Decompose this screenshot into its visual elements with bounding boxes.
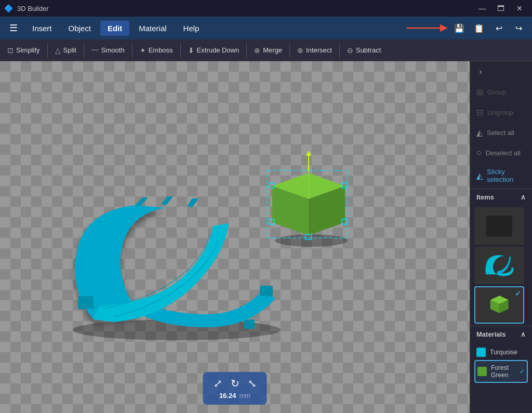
intersect-label: Intersect xyxy=(306,46,332,54)
right-panel: › ⊞ Group ⊟ Ungroup ◭ Select all ○ Desel… xyxy=(470,61,532,413)
action-redo-btn[interactable]: ↪ xyxy=(509,19,528,37)
ungroup-icon: ⊟ xyxy=(476,108,483,117)
item-blue-track[interactable] xyxy=(474,247,524,284)
viewport-toolbar: ⤢ ↻ ⤡ 16.24 mm xyxy=(203,372,267,405)
group-label: Group xyxy=(487,88,506,96)
titlebar: 🔷 3D Builder — 🗖 ✕ xyxy=(0,0,532,17)
select-all-label: Select all xyxy=(487,129,514,137)
menu-help[interactable]: Help xyxy=(176,21,207,36)
intersect-icon: ⊗ xyxy=(297,46,303,55)
material-forest-green[interactable]: Forest Green ✓ xyxy=(474,360,528,383)
extrude-down-tool[interactable]: ⬇ Extrude Down xyxy=(183,44,245,57)
forest-green-label: Forest Green xyxy=(491,364,515,379)
materials-section-chevron[interactable]: ∧ xyxy=(521,330,526,338)
sticky-selection-action[interactable]: ◭ Sticky selection xyxy=(470,163,532,189)
edit-toolbar: ⊡ Simplify △ Split 〰 Smooth ✦ Emboss ⬇ E… xyxy=(0,39,532,61)
select-all-icon: ◭ xyxy=(476,128,483,138)
emboss-icon: ✦ xyxy=(140,46,146,55)
material-turquoise[interactable]: Turquoise xyxy=(474,344,528,360)
measure-value: 16.24 xyxy=(219,392,236,399)
select-all-action[interactable]: ◭ Select all xyxy=(470,123,532,143)
toolbar-divider-4 xyxy=(180,43,181,58)
menu-material[interactable]: Material xyxy=(131,21,174,36)
main-area: ⤢ ↻ ⤡ 16.24 mm › ⊞ Group ⊟ Ungroup ◭ Sel… xyxy=(0,61,532,413)
merge-icon: ⊕ xyxy=(254,46,260,55)
intersect-tool[interactable]: ⊗ Intersect xyxy=(292,44,337,57)
smooth-icon: 〰 xyxy=(91,46,99,55)
svg-marker-1 xyxy=(440,24,448,32)
toolbar-divider-1 xyxy=(47,43,48,58)
maximize-button[interactable]: 🗖 xyxy=(493,0,509,17)
measure-unit: mm xyxy=(239,392,250,399)
subtract-label: Subtract xyxy=(356,46,381,54)
forest-green-swatch xyxy=(477,367,487,376)
group-action[interactable]: ⊞ Group xyxy=(470,82,532,102)
extrude-down-icon: ⬇ xyxy=(188,46,194,55)
merge-label: Merge xyxy=(263,46,282,54)
titlebar-left: 🔷 3D Builder xyxy=(4,4,49,12)
forest-green-check: ✓ xyxy=(520,368,525,375)
3d-viewport[interactable]: ⤢ ↻ ⤡ 16.24 mm xyxy=(0,61,470,413)
menu-edit[interactable]: Edit xyxy=(100,21,129,36)
toolbar-divider-2 xyxy=(84,43,84,58)
split-icon: △ xyxy=(55,46,61,55)
items-section-chevron[interactable]: ∧ xyxy=(521,193,526,201)
simplify-icon: ⊡ xyxy=(7,46,14,55)
red-arrow-indicator xyxy=(406,20,448,36)
split-label: Split xyxy=(63,46,76,54)
app-icon: 🔷 xyxy=(4,4,13,12)
rotate-tool-button[interactable]: ↻ xyxy=(231,377,240,390)
toolbar-divider-6 xyxy=(289,43,290,58)
smooth-tool[interactable]: 〰 Smooth xyxy=(86,44,130,57)
item-selected-check: ✓ xyxy=(515,289,521,298)
sticky-selection-label: Sticky selection xyxy=(487,168,526,183)
group-icon: ⊞ xyxy=(476,87,483,97)
deselect-all-icon: ○ xyxy=(476,148,482,157)
emboss-tool[interactable]: ✦ Emboss xyxy=(135,44,178,57)
simplify-tool[interactable]: ⊡ Simplify xyxy=(2,44,45,57)
deselect-all-action[interactable]: ○ Deselect all xyxy=(470,143,532,163)
move-tool-button[interactable]: ⤢ xyxy=(214,377,222,390)
action-undo-btn[interactable]: ↩ xyxy=(489,19,508,37)
toolbar-divider-7 xyxy=(339,43,340,58)
app-title: 3D Builder xyxy=(17,5,49,12)
minimize-button[interactable]: — xyxy=(474,0,490,17)
svg-rect-5 xyxy=(244,319,255,329)
svg-rect-20 xyxy=(486,216,512,236)
action-save-btn[interactable]: 💾 xyxy=(450,19,469,37)
materials-section-label: Materials xyxy=(476,330,506,338)
materials-section-header: Materials ∧ xyxy=(470,326,532,342)
close-button[interactable]: ✕ xyxy=(511,0,528,17)
merge-tool[interactable]: ⊕ Merge xyxy=(249,44,287,57)
turquoise-label: Turquoise xyxy=(490,349,526,356)
menu-object[interactable]: Object xyxy=(61,21,98,36)
panel-toggle-button[interactable]: › xyxy=(473,64,488,79)
title-actions: 💾 📋 ↩ ↪ xyxy=(450,19,528,37)
scale-tool-button[interactable]: ⤡ xyxy=(248,377,257,390)
smooth-label: Smooth xyxy=(101,46,125,54)
titlebar-controls: — 🗖 ✕ xyxy=(474,0,528,17)
svg-marker-14 xyxy=(306,151,311,156)
hamburger-menu[interactable]: ☰ xyxy=(4,19,23,37)
toolbar-divider-3 xyxy=(132,43,132,58)
items-section-header: Items ∧ xyxy=(470,189,532,205)
3d-scene xyxy=(0,61,470,413)
simplify-label: Simplify xyxy=(16,46,40,54)
sticky-selection-icon: ◭ xyxy=(476,171,483,181)
svg-point-6 xyxy=(275,234,348,247)
subtract-tool[interactable]: ⊖ Subtract xyxy=(342,44,386,57)
turquoise-swatch xyxy=(476,348,486,357)
toolbar-divider-5 xyxy=(246,43,247,58)
blue-track-object[interactable] xyxy=(62,195,291,340)
items-grid: ✓ xyxy=(470,205,532,326)
ungroup-action[interactable]: ⊟ Ungroup xyxy=(470,102,532,123)
menubar: ☰ Insert Object Edit Material Help 💾 📋 ↩… xyxy=(0,17,532,39)
item-black[interactable] xyxy=(474,207,524,245)
deselect-all-label: Deselect all xyxy=(486,149,521,157)
subtract-icon: ⊖ xyxy=(347,46,353,55)
menu-insert[interactable]: Insert xyxy=(25,21,59,36)
item-green-cube[interactable]: ✓ xyxy=(474,286,524,324)
green-cube-object[interactable] xyxy=(262,144,355,248)
split-tool[interactable]: △ Split xyxy=(50,44,82,57)
action-copy-btn[interactable]: 📋 xyxy=(470,19,488,37)
